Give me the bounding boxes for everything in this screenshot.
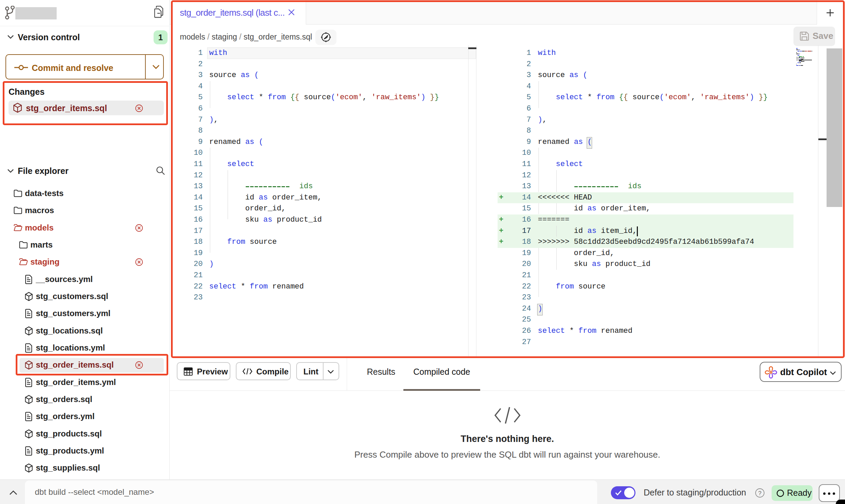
svg-text:?: ? <box>758 490 761 496</box>
